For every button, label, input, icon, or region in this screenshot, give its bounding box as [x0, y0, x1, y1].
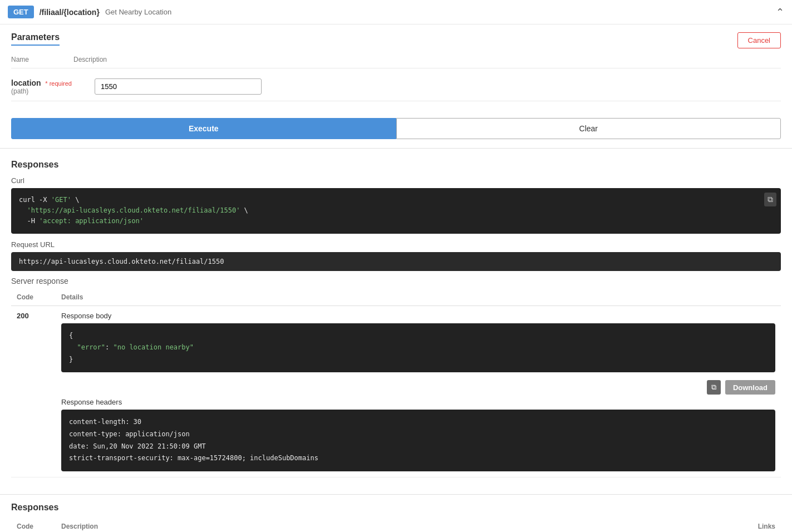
request-url-block: https://api-lucasleys.cloud.okteto.net/f…	[11, 252, 781, 271]
bottom-responses-table: Code Description Links 200 Successful Re…	[11, 518, 781, 532]
server-response-label: Server response	[11, 277, 781, 285]
curl-label: Curl	[11, 176, 781, 185]
curl-copy-button[interactable]: ⧉	[764, 193, 776, 206]
col-details-header: Details	[56, 289, 781, 306]
endpoint-path: /filiaal/{location}	[40, 8, 100, 17]
responses-title: Responses	[11, 160, 781, 170]
curl-line2: 'https://api-lucasleys.cloud.okteto.net/…	[19, 206, 248, 214]
header-line2: content-type: application/json	[69, 430, 190, 438]
curl-line1: curl -X 'GET' \	[19, 196, 79, 204]
parameters-section: Parameters Cancel Name Description locat…	[0, 24, 792, 109]
params-header: Name Description	[11, 51, 781, 68]
param-location-row: location * required (path)	[11, 73, 781, 101]
table-row: 200 Response body { "error": "no locatio…	[11, 306, 781, 477]
cancel-button[interactable]: Cancel	[737, 32, 781, 48]
server-response-table: Code Details 200 Response body { "error"…	[11, 289, 781, 477]
param-type-location: (path)	[11, 87, 83, 95]
actions-row: Execute Clear	[11, 118, 781, 139]
response-body-line1: {	[69, 332, 73, 339]
bottom-col-links: Links	[553, 518, 781, 532]
response-headers-block: content-length: 30 content-type: applica…	[61, 410, 775, 471]
header-line3: date: Sun,20 Nov 2022 21:50:09 GMT	[69, 442, 206, 450]
collapse-icon[interactable]: ⌃	[776, 6, 784, 18]
col-name-label: Name	[11, 56, 29, 63]
top-bar: GET /filiaal/{location} Get Nearby Locat…	[0, 0, 792, 24]
response-details: Response body { "error": "no location ne…	[56, 306, 781, 477]
request-url-label: Request URL	[11, 240, 781, 249]
response-body-block: { "error": "no location nearby" }	[61, 323, 775, 373]
clear-button[interactable]: Clear	[396, 118, 781, 139]
curl-block: curl -X 'GET' \ 'https://api-lucasleys.c…	[11, 188, 781, 234]
bottom-responses-section: Responses Code Description Links 200 Suc…	[0, 494, 792, 532]
download-button[interactable]: Download	[725, 380, 775, 395]
request-url-value: https://api-lucasleys.cloud.okteto.net/f…	[19, 258, 224, 265]
col-description-label: Description	[73, 56, 107, 63]
param-required-label: * required	[45, 80, 72, 87]
execute-button[interactable]: Execute	[11, 118, 396, 139]
response-code: 200	[11, 306, 56, 477]
bottom-col-code: Code	[11, 518, 56, 532]
response-headers-label: Response headers	[61, 398, 775, 406]
curl-line3: -H 'accept: application/json'	[19, 217, 144, 225]
param-name-location: location	[11, 78, 41, 87]
bottom-col-description: Description	[56, 518, 553, 532]
responses-section: Responses Curl curl -X 'GET' \ 'https://…	[0, 154, 792, 489]
header-line4: strict-transport-security: max-age=15724…	[69, 454, 318, 462]
response-body-line3: }	[69, 356, 73, 363]
parameters-title: Parameters	[11, 32, 60, 46]
method-badge: GET	[8, 6, 34, 18]
response-copy-button[interactable]: ⧉	[707, 380, 721, 395]
endpoint-description: Get Nearby Location	[105, 8, 171, 16]
divider	[0, 148, 792, 149]
col-code-header: Code	[11, 289, 56, 306]
header-line1: content-length: 30	[69, 418, 141, 426]
response-actions: ⧉ Download	[61, 377, 775, 398]
response-body-line2: "error": "no location nearby"	[69, 343, 194, 351]
location-input[interactable]	[95, 78, 262, 95]
response-body-label: Response body	[61, 312, 775, 320]
bottom-responses-title: Responses	[11, 503, 781, 513]
